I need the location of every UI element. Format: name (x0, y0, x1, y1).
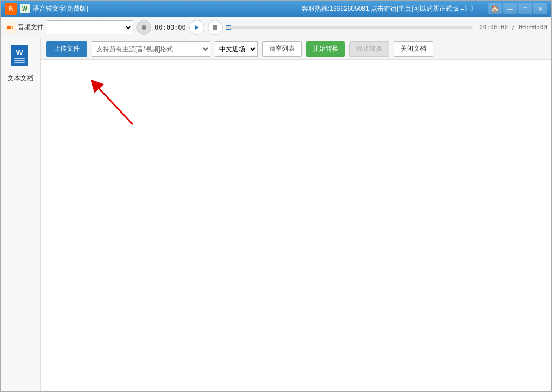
toolbar: 上传文件 支持所有主流[音/视频]格式 中文近场 中文远场 英文 清空列表 开始… (41, 38, 551, 60)
arrow-annotation (84, 76, 149, 130)
clear-button[interactable]: 清空列表 (262, 41, 302, 57)
media-label-text: 音频文件 (18, 23, 44, 32)
title-icon: W (20, 4, 30, 13)
upload-button[interactable]: 上传文件 (46, 41, 87, 57)
svg-point-3 (142, 25, 146, 30)
record-button[interactable] (136, 20, 151, 35)
lang-select[interactable]: 中文近场 中文远场 英文 (215, 41, 258, 57)
home-button[interactable]: 🏠 (488, 3, 502, 14)
svg-rect-2 (7, 26, 9, 29)
stop-button[interactable] (208, 20, 223, 35)
content-area: W 文本文档 上传文件 支持所有主流[音/视频]格式 中文近场 中文远场 (1, 38, 551, 391)
maximize-button[interactable]: □ (518, 3, 532, 14)
doc-icon: W (11, 45, 30, 68)
start-convert-button[interactable]: 开始转换 (306, 41, 345, 57)
work-area (41, 60, 551, 391)
hotline-text: 客服热线:13662605081 点击右边[主页]可以购买正式版 =》》 (302, 4, 477, 13)
file-select-group (47, 20, 133, 34)
format-select[interactable]: 支持所有主流[音/视频]格式 (92, 41, 210, 57)
minimize-button[interactable]: ─ (503, 3, 517, 14)
svg-text:讯: 讯 (9, 6, 13, 11)
media-bar: 音频文件 00:00:00 (1, 17, 551, 38)
total-time: 00:00:00 / 00:00:00 (479, 24, 547, 31)
sidebar-doc-label: 文本文档 (8, 74, 33, 83)
current-time: 00:00:00 (155, 24, 186, 31)
stop-convert-button: 停止转换 (349, 41, 389, 57)
main-content: 上传文件 支持所有主流[音/视频]格式 中文近场 中文远场 英文 清空列表 开始… (41, 38, 551, 391)
media-label-group: 音频文件 (5, 22, 44, 33)
left-sidebar: W 文本文档 (1, 38, 41, 391)
window-controls: 🏠 ─ □ ✕ (488, 3, 547, 14)
progress-bar[interactable] (226, 26, 473, 29)
close-window-button[interactable]: ✕ (533, 3, 547, 14)
title-bar: 讯 W 语音转文字[免费版] 客服热线:13662605081 点击右边[主页]… (1, 1, 551, 17)
svg-marker-4 (195, 25, 199, 30)
close-doc-button[interactable]: 关闭文档 (394, 41, 433, 57)
audio-icon (5, 22, 16, 33)
svg-line-7 (95, 84, 133, 124)
svg-rect-5 (213, 25, 217, 30)
app-title: 语音转文字[免费版] (33, 4, 302, 13)
file-dropdown[interactable] (47, 20, 133, 34)
main-window: 讯 W 语音转文字[免费版] 客服热线:13662605081 点击右边[主页]… (0, 0, 552, 392)
play-button[interactable] (189, 20, 204, 35)
app-logo: 讯 (5, 3, 17, 15)
